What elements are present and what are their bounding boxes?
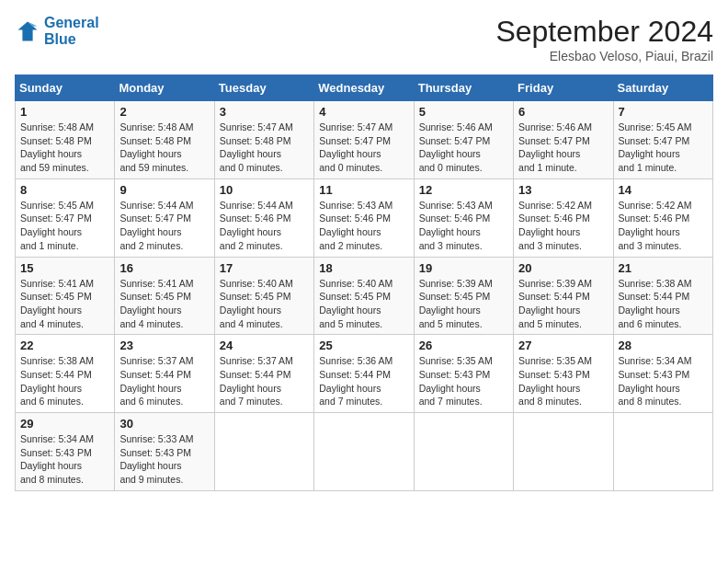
table-row: 8 Sunrise: 5:45 AM Sunset: 5:47 PM Dayli… bbox=[16, 178, 115, 257]
table-row: 3 Sunrise: 5:47 AM Sunset: 5:48 PM Dayli… bbox=[214, 101, 313, 179]
month-title: September 2024 bbox=[495, 15, 713, 49]
table-row: 15 Sunrise: 5:41 AM Sunset: 5:45 PM Dayl… bbox=[16, 257, 115, 335]
calendar-row: 1 Sunrise: 5:48 AM Sunset: 5:48 PM Dayli… bbox=[16, 101, 713, 179]
table-row: 1 Sunrise: 5:48 AM Sunset: 5:48 PM Dayli… bbox=[16, 101, 115, 179]
empty-cell bbox=[214, 413, 313, 491]
empty-cell bbox=[613, 413, 712, 491]
empty-cell bbox=[514, 413, 613, 491]
calendar-table: Sunday Monday Tuesday Wednesday Thursday… bbox=[15, 75, 713, 491]
col-tuesday: Tuesday bbox=[214, 75, 313, 101]
col-thursday: Thursday bbox=[414, 75, 513, 101]
table-row: 23 Sunrise: 5:37 AM Sunset: 5:44 PM Dayl… bbox=[115, 335, 214, 413]
logo-icon bbox=[15, 18, 40, 44]
table-row: 19 Sunrise: 5:39 AM Sunset: 5:45 PM Dayl… bbox=[414, 257, 513, 335]
logo: General Blue bbox=[15, 15, 99, 48]
col-wednesday: Wednesday bbox=[314, 75, 414, 101]
table-row: 11 Sunrise: 5:43 AM Sunset: 5:46 PM Dayl… bbox=[314, 178, 414, 257]
col-monday: Monday bbox=[115, 75, 214, 101]
col-sunday: Sunday bbox=[16, 75, 115, 101]
empty-cell bbox=[414, 413, 513, 491]
table-row: 16 Sunrise: 5:41 AM Sunset: 5:45 PM Dayl… bbox=[115, 257, 214, 335]
table-row: 10 Sunrise: 5:44 AM Sunset: 5:46 PM Dayl… bbox=[214, 178, 313, 257]
table-row: 17 Sunrise: 5:40 AM Sunset: 5:45 PM Dayl… bbox=[214, 257, 313, 335]
page-header: General Blue September 2024 Elesbao Velo… bbox=[15, 15, 713, 63]
table-row: 13 Sunrise: 5:42 AM Sunset: 5:46 PM Dayl… bbox=[514, 178, 613, 257]
calendar-row: 8 Sunrise: 5:45 AM Sunset: 5:47 PM Dayli… bbox=[16, 178, 713, 257]
table-row: 24 Sunrise: 5:37 AM Sunset: 5:44 PM Dayl… bbox=[214, 335, 313, 413]
table-row: 4 Sunrise: 5:47 AM Sunset: 5:47 PM Dayli… bbox=[314, 101, 414, 179]
table-row: 14 Sunrise: 5:42 AM Sunset: 5:46 PM Dayl… bbox=[613, 178, 712, 257]
table-row: 6 Sunrise: 5:46 AM Sunset: 5:47 PM Dayli… bbox=[514, 101, 613, 179]
location-subtitle: Elesbao Veloso, Piaui, Brazil bbox=[495, 49, 713, 63]
table-row: 26 Sunrise: 5:35 AM Sunset: 5:43 PM Dayl… bbox=[414, 335, 513, 413]
table-row: 27 Sunrise: 5:35 AM Sunset: 5:43 PM Dayl… bbox=[514, 335, 613, 413]
calendar-row: 15 Sunrise: 5:41 AM Sunset: 5:45 PM Dayl… bbox=[16, 257, 713, 335]
table-row: 30 Sunrise: 5:33 AM Sunset: 5:43 PM Dayl… bbox=[115, 413, 214, 491]
table-row: 20 Sunrise: 5:39 AM Sunset: 5:44 PM Dayl… bbox=[514, 257, 613, 335]
table-row: 7 Sunrise: 5:45 AM Sunset: 5:47 PM Dayli… bbox=[613, 101, 712, 179]
table-row: 2 Sunrise: 5:48 AM Sunset: 5:48 PM Dayli… bbox=[115, 101, 214, 179]
empty-cell bbox=[314, 413, 414, 491]
table-row: 25 Sunrise: 5:36 AM Sunset: 5:44 PM Dayl… bbox=[314, 335, 414, 413]
calendar-row: 22 Sunrise: 5:38 AM Sunset: 5:44 PM Dayl… bbox=[16, 335, 713, 413]
table-row: 22 Sunrise: 5:38 AM Sunset: 5:44 PM Dayl… bbox=[16, 335, 115, 413]
col-saturday: Saturday bbox=[613, 75, 712, 101]
table-row: 18 Sunrise: 5:40 AM Sunset: 5:45 PM Dayl… bbox=[314, 257, 414, 335]
table-row: 21 Sunrise: 5:38 AM Sunset: 5:44 PM Dayl… bbox=[613, 257, 712, 335]
table-row: 12 Sunrise: 5:43 AM Sunset: 5:46 PM Dayl… bbox=[414, 178, 513, 257]
col-friday: Friday bbox=[514, 75, 613, 101]
table-row: 5 Sunrise: 5:46 AM Sunset: 5:47 PM Dayli… bbox=[414, 101, 513, 179]
table-row: 28 Sunrise: 5:34 AM Sunset: 5:43 PM Dayl… bbox=[613, 335, 712, 413]
title-block: September 2024 Elesbao Veloso, Piaui, Br… bbox=[495, 15, 713, 63]
svg-marker-0 bbox=[18, 22, 38, 41]
table-row: 9 Sunrise: 5:44 AM Sunset: 5:47 PM Dayli… bbox=[115, 178, 214, 257]
logo-text: General Blue bbox=[44, 15, 99, 48]
calendar-header-row: Sunday Monday Tuesday Wednesday Thursday… bbox=[16, 75, 713, 101]
calendar-row: 29 Sunrise: 5:34 AM Sunset: 5:43 PM Dayl… bbox=[16, 413, 713, 491]
table-row: 29 Sunrise: 5:34 AM Sunset: 5:43 PM Dayl… bbox=[16, 413, 115, 491]
